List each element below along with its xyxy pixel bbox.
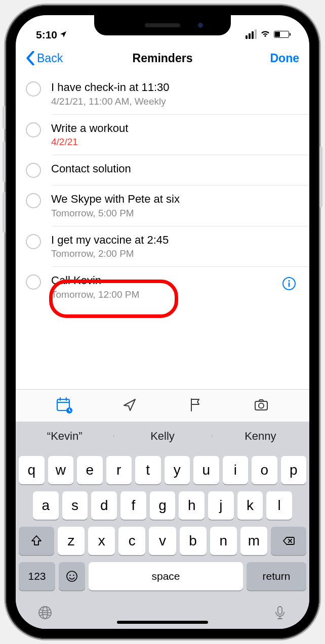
reminder-item-editing[interactable]: Call Kevin Tomorrow, 12:00 PM [16, 266, 309, 307]
numbers-key[interactable]: 123 [19, 562, 55, 590]
shift-key[interactable] [19, 527, 54, 555]
globe-icon [37, 605, 53, 621]
emoji-icon [65, 570, 78, 583]
key-i[interactable]: i [223, 456, 249, 484]
reminder-title: I get my vaccine at 2:45 [51, 233, 299, 248]
flag-icon [187, 396, 204, 413]
complete-toggle[interactable] [26, 234, 41, 249]
return-key[interactable]: return [247, 562, 306, 590]
navigation-bar: Back Reminders Done [16, 43, 309, 73]
key-z[interactable]: z [58, 527, 85, 555]
key-t[interactable]: t [135, 456, 161, 484]
reminder-item[interactable]: I have check-in at 11:30 4/21/21, 11:00 … [16, 73, 309, 114]
emoji-key[interactable] [59, 562, 85, 590]
complete-toggle[interactable] [26, 193, 41, 208]
svg-point-10 [67, 571, 77, 581]
page-title: Reminders [133, 52, 193, 65]
reminder-title: We Skype with Pete at six [51, 192, 299, 207]
key-w[interactable]: w [48, 456, 74, 484]
dictation-key[interactable] [272, 605, 288, 623]
svg-point-12 [73, 575, 74, 576]
suggestion[interactable]: Kelly [113, 430, 211, 443]
key-m[interactable]: m [240, 527, 267, 555]
info-icon [282, 277, 296, 291]
location-arrow-icon [59, 29, 67, 41]
key-v[interactable]: v [149, 527, 176, 555]
reminder-item[interactable]: We Skype with Pete at six Tomorrow, 5:00… [16, 185, 309, 226]
key-n[interactable]: n [210, 527, 237, 555]
reminder-title: I have check-in at 11:30 [51, 80, 299, 95]
reminder-subtitle: 4/21/21, 11:00 AM, Weekly [51, 96, 299, 107]
complete-toggle[interactable] [26, 163, 41, 178]
chevron-left-icon [26, 51, 35, 65]
reminders-list[interactable]: I have check-in at 11:30 4/21/21, 11:00 … [16, 73, 309, 389]
globe-key[interactable] [37, 605, 53, 623]
complete-toggle[interactable] [26, 122, 41, 137]
reminder-subtitle: Tomorrow, 2:00 PM [51, 248, 299, 259]
reminder-toolbar [16, 389, 309, 422]
backspace-icon [282, 534, 295, 547]
reminder-item[interactable]: Write a workout 4/2/21 [16, 114, 309, 155]
reminder-item[interactable]: Contact solution [16, 155, 309, 185]
key-a[interactable]: a [33, 491, 59, 520]
keyboard-row: z x c v b n m [19, 527, 306, 555]
reminder-subtitle: Tomorrow, 12:00 PM [51, 289, 299, 300]
key-c[interactable]: c [118, 527, 145, 555]
status-time: 5:10 [36, 29, 57, 41]
microphone-icon [272, 605, 288, 621]
reminder-subtitle: Tomorrow, 5:00 PM [51, 208, 299, 219]
suggestion[interactable]: “Kevin” [16, 430, 113, 443]
keyboard-row: a s d f g h j k l [19, 491, 306, 520]
key-s[interactable]: s [62, 491, 88, 520]
backspace-key[interactable] [271, 527, 306, 555]
home-indicator[interactable] [117, 621, 208, 624]
camera-button[interactable] [253, 396, 270, 416]
key-g[interactable]: g [150, 491, 176, 520]
keyboard-row: q w e r t y u i o p [19, 456, 306, 484]
reminder-title[interactable]: Call Kevin [51, 273, 299, 288]
back-label: Back [37, 52, 63, 65]
cellular-signal-icon [246, 29, 257, 39]
keyboard: q w e r t y u i o p a s d f g h j k l [16, 451, 309, 629]
svg-point-11 [69, 575, 71, 576]
complete-toggle[interactable] [26, 274, 41, 290]
camera-icon [253, 396, 270, 413]
location-button[interactable] [121, 396, 138, 416]
location-arrow-icon [121, 396, 138, 413]
key-j[interactable]: j [208, 491, 234, 520]
key-o[interactable]: o [252, 456, 277, 484]
reminder-title: Contact solution [51, 162, 299, 176]
key-p[interactable]: p [281, 456, 307, 484]
key-h[interactable]: h [179, 491, 205, 520]
key-r[interactable]: r [106, 456, 132, 484]
key-q[interactable]: q [19, 456, 45, 484]
key-f[interactable]: f [120, 491, 146, 520]
back-button[interactable]: Back [26, 51, 63, 65]
shift-icon [30, 534, 43, 547]
keyboard-row: 123 space return [19, 562, 306, 590]
key-d[interactable]: d [91, 491, 117, 520]
done-button[interactable]: Done [270, 52, 300, 65]
key-b[interactable]: b [180, 527, 207, 555]
keyboard-suggestions: “Kevin” Kelly Kenny [16, 422, 309, 451]
space-key[interactable]: space [89, 562, 243, 590]
suggestion[interactable]: Kenny [212, 430, 309, 443]
reminder-title: Write a workout [51, 121, 299, 136]
flag-button[interactable] [187, 396, 204, 416]
key-y[interactable]: y [165, 456, 190, 484]
svg-point-1 [288, 280, 290, 282]
complete-toggle[interactable] [26, 81, 41, 97]
key-e[interactable]: e [77, 456, 103, 484]
key-u[interactable]: u [193, 456, 219, 484]
battery-icon [274, 31, 289, 38]
svg-rect-16 [278, 607, 282, 614]
svg-point-9 [259, 403, 264, 408]
key-l[interactable]: l [266, 491, 292, 520]
details-button[interactable] [282, 277, 296, 291]
calendar-button[interactable] [55, 396, 72, 416]
reminder-item[interactable]: I get my vaccine at 2:45 Tomorrow, 2:00 … [16, 226, 309, 267]
key-k[interactable]: k [237, 491, 263, 520]
reminder-subtitle: 4/2/21 [51, 136, 299, 148]
key-x[interactable]: x [88, 527, 115, 555]
svg-rect-2 [289, 283, 290, 287]
